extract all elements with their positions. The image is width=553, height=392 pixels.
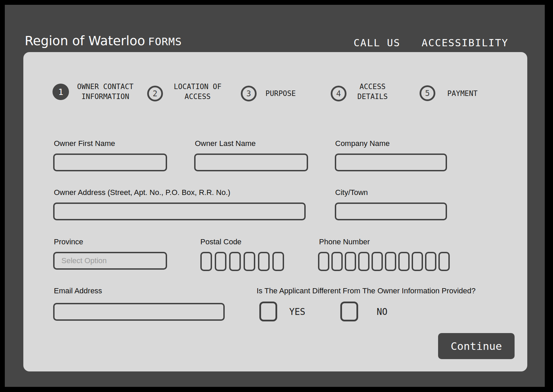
postal-code-box-2[interactable]: [215, 252, 226, 271]
province-label: Province: [54, 237, 83, 246]
step-3-indicator[interactable]: 3: [241, 86, 257, 101]
phone-digit-box-1[interactable]: [318, 252, 329, 271]
applicant-no-checkbox[interactable]: [340, 302, 358, 321]
province-select-placeholder: Select Option: [61, 256, 107, 265]
postal-code-box-6[interactable]: [272, 252, 284, 271]
phone-number-label: Phone Number: [319, 237, 370, 246]
postal-code-label: Postal Code: [200, 237, 242, 246]
phone-digit-box-2[interactable]: [331, 252, 343, 271]
applicant-yes-checkbox[interactable]: [259, 302, 277, 321]
applicant-no-label: NO: [377, 307, 387, 317]
step-5-indicator[interactable]: 5: [420, 85, 435, 101]
form-panel: 1 OWNER CONTACT INFORMATION 2 LOCATION O…: [23, 52, 527, 371]
phone-digit-box-4[interactable]: [358, 252, 369, 271]
phone-digit-box-9[interactable]: [425, 252, 436, 271]
owner-first-name-label: Owner First Name: [54, 139, 115, 148]
owner-first-name-input[interactable]: [53, 154, 167, 171]
postal-code-box-3[interactable]: [229, 252, 241, 271]
step-4-indicator[interactable]: 4: [331, 86, 346, 101]
phone-digit-box-5[interactable]: [372, 252, 383, 271]
company-name-label: Company Name: [335, 139, 390, 148]
postal-code-box-1[interactable]: [200, 252, 212, 271]
applicant-yes-label: YES: [289, 307, 305, 317]
phone-digit-box-8[interactable]: [412, 252, 423, 271]
province-select[interactable]: Select Option: [53, 252, 167, 270]
phone-number-input: [318, 252, 450, 271]
step-2-label-line2: ACCESS: [167, 92, 228, 102]
step-1-indicator[interactable]: 1: [52, 84, 69, 100]
step-1-label-line1: OWNER CONTACT: [71, 82, 140, 92]
top-nav: CALL US ACCESSIBILITY: [354, 37, 508, 49]
step-2-label-line1: LOCATION OF: [167, 82, 228, 92]
step-2-indicator[interactable]: 2: [147, 86, 163, 101]
city-town-input[interactable]: [335, 203, 447, 220]
email-address-label: Email Address: [54, 286, 102, 295]
owner-address-label: Owner Address (Street, Apt. No., P.O. Bo…: [54, 188, 230, 197]
company-name-input[interactable]: [335, 154, 447, 171]
brand-name: Region of Waterloo: [25, 34, 145, 48]
step-1-label: OWNER CONTACT INFORMATION: [71, 82, 140, 102]
nav-call-us-link[interactable]: CALL US: [354, 37, 400, 49]
step-5-label: PAYMENT: [438, 89, 486, 99]
postal-code-input: [200, 252, 284, 271]
postal-code-box-4[interactable]: [244, 252, 255, 271]
brand-suffix: FORMS: [148, 35, 182, 48]
step-1-label-line2: INFORMATION: [71, 92, 140, 102]
owner-address-input[interactable]: [53, 203, 306, 220]
phone-digit-box-10[interactable]: [438, 252, 450, 271]
step-3-label-line1: PURPOSE: [257, 89, 305, 99]
step-4-label: ACCESS DETAILS: [349, 82, 397, 102]
continue-button[interactable]: Continue: [438, 333, 515, 359]
step-4-label-line2: DETAILS: [349, 92, 397, 102]
city-town-label: City/Town: [335, 188, 368, 197]
page: { "colors": { "frame": "#000000", "windo…: [0, 0, 553, 392]
phone-digit-box-6[interactable]: [385, 252, 396, 271]
email-address-input[interactable]: [53, 303, 225, 321]
owner-last-name-input[interactable]: [194, 154, 308, 171]
step-3-label: PURPOSE: [257, 89, 305, 99]
phone-digit-box-3[interactable]: [345, 252, 356, 271]
app-window: Region of WaterlooFORMS CALL US ACCESSIB…: [5, 5, 545, 387]
brand-title: Region of WaterlooFORMS: [25, 34, 182, 48]
postal-code-box-5[interactable]: [258, 252, 270, 271]
phone-digit-box-7[interactable]: [398, 252, 410, 271]
owner-last-name-label: Owner Last Name: [195, 139, 256, 148]
step-4-label-line1: ACCESS: [349, 82, 397, 92]
nav-accessibility-link[interactable]: ACCESSIBILITY: [422, 37, 508, 49]
step-2-label: LOCATION OF ACCESS: [167, 82, 228, 102]
applicant-question-label: Is The Applicant Different From The Owne…: [257, 286, 475, 295]
step-5-label-line1: PAYMENT: [438, 89, 486, 99]
